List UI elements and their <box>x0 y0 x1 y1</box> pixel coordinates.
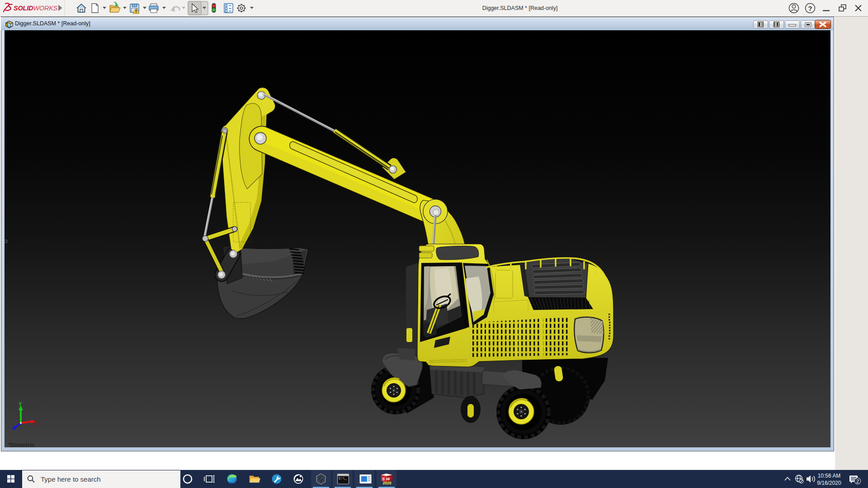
svg-text:2020: 2020 <box>383 481 392 485</box>
svg-text:9/16/2020: 9/16/2020 <box>817 480 841 486</box>
svg-text:C:\_: C:\_ <box>339 477 347 480</box>
svg-text:Y: Y <box>19 401 22 407</box>
svg-text:SOLIDWORKS: SOLIDWORKS <box>14 5 58 12</box>
svg-text:2: 2 <box>856 479 859 484</box>
svg-text:Type here to search: Type here to search <box>41 475 101 483</box>
svg-text:?: ? <box>808 5 812 12</box>
svg-text:*Dimetric: *Dimetric <box>8 441 35 447</box>
svg-text:10:56 AM: 10:56 AM <box>818 473 841 479</box>
